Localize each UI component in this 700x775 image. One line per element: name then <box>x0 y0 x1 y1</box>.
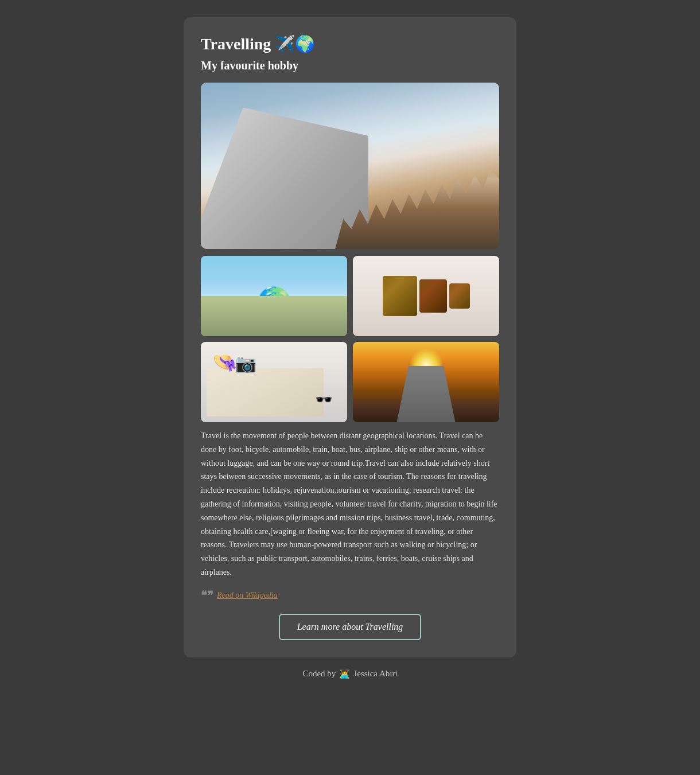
author-name: Jessica Abiri <box>353 669 397 679</box>
wikipedia-link[interactable]: Read on Wikipedia <box>217 591 278 600</box>
suitcases-image <box>353 256 499 336</box>
description-text: Travel is the movement of people between… <box>201 429 499 579</box>
subtitle: My favourite hobby <box>201 59 499 72</box>
camera-icon: 📷 <box>235 353 256 373</box>
footer-emoji: 🧑‍💻 <box>339 669 350 679</box>
wikipedia-link-container: ❝❞ Read on Wikipedia <box>201 589 499 602</box>
globe-hand-image: 🌍 <box>201 256 347 336</box>
main-image <box>201 83 499 249</box>
quote-mark-icon: ❝❞ <box>201 589 213 602</box>
learn-more-button[interactable]: Learn more about Travelling <box>279 614 422 640</box>
footer: Coded by 🧑‍💻 Jessica Abiri <box>302 669 397 679</box>
sunglasses-icon: 🕶️ <box>315 391 333 408</box>
page-title: Travelling ✈️🌍 <box>201 34 499 53</box>
image-grid: 🌍 👒 📷 🕶️ <box>201 256 499 422</box>
suitcase-medium <box>419 279 447 313</box>
hat-icon: 👒 <box>212 350 238 374</box>
coded-by-label: Coded by <box>302 669 336 679</box>
suitcase-large <box>383 276 417 316</box>
suitcase-small <box>449 283 470 309</box>
sunset-road-image <box>353 342 499 422</box>
accessories-image: 👒 📷 🕶️ <box>201 342 347 422</box>
main-card: Travelling ✈️🌍 My favourite hobby 🌍 <box>184 17 516 657</box>
